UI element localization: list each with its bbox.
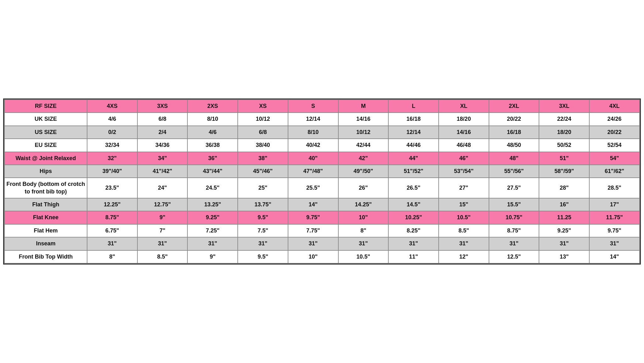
table-cell: 42/44 — [338, 139, 389, 152]
table-cell: 24/26 — [589, 113, 640, 126]
row-label: RF SIZE — [4, 100, 87, 113]
table-cell: 38" — [238, 152, 288, 165]
table-cell: 20/22 — [589, 126, 640, 139]
table-cell: 8.75" — [87, 211, 137, 224]
table-cell: 10" — [338, 211, 389, 224]
table-cell: 31" — [589, 237, 640, 250]
table-cell: 9.25" — [539, 224, 589, 237]
table-cell: 11.75" — [589, 211, 640, 224]
table-cell: 61"/62" — [589, 165, 640, 178]
table-cell: 31" — [187, 237, 238, 250]
table-cell: 3XS — [137, 100, 188, 113]
table-cell: 8" — [338, 224, 389, 237]
table-cell: 51" — [539, 152, 589, 165]
table-cell: 0/2 — [87, 126, 137, 139]
table-cell: 11" — [388, 250, 439, 263]
table-cell: 8.5" — [439, 224, 489, 237]
row-label: EU SIZE — [4, 139, 87, 152]
table-cell: 31" — [388, 237, 439, 250]
table-cell: 31" — [87, 237, 137, 250]
table-cell: 48" — [489, 152, 539, 165]
table-cell: 31" — [288, 237, 338, 250]
table-row: Inseam31"31"31"31"31"31"31"31"31"31"31" — [4, 237, 640, 250]
table-cell: 16/18 — [388, 113, 439, 126]
table-cell: 7.5" — [238, 224, 288, 237]
table-cell: 6/8 — [238, 126, 288, 139]
table-cell: 9.5" — [238, 250, 288, 263]
table-cell: 42" — [338, 152, 389, 165]
table-cell: 6.75" — [87, 224, 137, 237]
table-cell: 4/6 — [87, 113, 137, 126]
table-cell: 31" — [338, 237, 389, 250]
table-cell: 43"/44" — [187, 165, 238, 178]
row-label: Flat Hem — [4, 224, 87, 237]
table-cell: 50/52 — [539, 139, 589, 152]
table-cell: 11.25 — [539, 211, 589, 224]
table-cell: 14" — [288, 198, 338, 211]
table-cell: 14.5" — [388, 198, 439, 211]
table-cell: 13" — [539, 250, 589, 263]
table-cell: 28" — [539, 178, 589, 198]
table-cell: 36" — [187, 152, 238, 165]
table-cell: 34" — [137, 152, 188, 165]
table-cell: 15.5" — [489, 198, 539, 211]
table-cell: 17" — [589, 198, 640, 211]
table-cell: 51"/52" — [388, 165, 439, 178]
table-row: Front Body (bottom of crotch to front bi… — [4, 178, 640, 198]
size-chart-wrapper: RF SIZE4XS3XS2XSXSSMLXL2XL3XL4XLUK SIZE4… — [3, 98, 641, 265]
table-cell: 40/42 — [288, 139, 338, 152]
table-cell: 39"/40" — [87, 165, 137, 178]
table-cell: 15" — [439, 198, 489, 211]
row-label: Flat Thigh — [4, 198, 87, 211]
row-label: UK SIZE — [4, 113, 87, 126]
table-cell: 26" — [338, 178, 389, 198]
table-cell: 27" — [439, 178, 489, 198]
table-cell: 10.25" — [388, 211, 439, 224]
table-cell: 2XL — [489, 100, 539, 113]
table-cell: 24.5" — [187, 178, 238, 198]
table-cell: 14/16 — [439, 126, 489, 139]
table-cell: 14.25" — [338, 198, 389, 211]
table-cell: 2XS — [187, 100, 238, 113]
table-cell: 9.75" — [589, 224, 640, 237]
table-row: Flat Hem6.75"7"7.25"7.5"7.75"8"8.25"8.5"… — [4, 224, 640, 237]
table-cell: XL — [439, 100, 489, 113]
size-chart-table: RF SIZE4XS3XS2XSXSSMLXL2XL3XL4XLUK SIZE4… — [4, 99, 640, 264]
table-cell: 54" — [589, 152, 640, 165]
table-cell: 9.25" — [187, 211, 238, 224]
table-cell: 9.5" — [238, 211, 288, 224]
table-cell: 34/36 — [137, 139, 188, 152]
table-cell: 12.5" — [489, 250, 539, 263]
table-cell: 25" — [238, 178, 288, 198]
table-row: Flat Knee8.75"9"9.25"9.5"9.75"10"10.25"1… — [4, 211, 640, 224]
table-cell: 2/4 — [137, 126, 188, 139]
table-row: Front Bib Top Width8"8.5"9"9.5"10"10.5"1… — [4, 250, 640, 263]
table-cell: 31" — [539, 237, 589, 250]
table-cell: 41"/42" — [137, 165, 188, 178]
row-label: Inseam — [4, 237, 87, 250]
row-label: Waist @ Joint Relaxed — [4, 152, 87, 165]
table-cell: 20/22 — [489, 113, 539, 126]
table-cell: 10.5" — [439, 211, 489, 224]
table-cell: 52/54 — [589, 139, 640, 152]
table-cell: 8/10 — [288, 126, 338, 139]
table-cell: 36/38 — [187, 139, 238, 152]
table-cell: 26.5" — [388, 178, 439, 198]
table-cell: 47"/48" — [288, 165, 338, 178]
table-cell: 40" — [288, 152, 338, 165]
table-cell: 24" — [137, 178, 188, 198]
table-cell: 13.25" — [187, 198, 238, 211]
table-cell: 12/14 — [288, 113, 338, 126]
row-label: Front Body (bottom of crotch to front bi… — [4, 178, 87, 198]
table-cell: 7.25" — [187, 224, 238, 237]
table-cell: 12.75" — [137, 198, 188, 211]
table-cell: 4XL — [589, 100, 640, 113]
table-cell: 3XL — [539, 100, 589, 113]
table-cell: 49"/50" — [338, 165, 389, 178]
table-row: US SIZE0/22/44/66/88/1010/1212/1414/1616… — [4, 126, 640, 139]
table-cell: 46" — [439, 152, 489, 165]
table-cell: 8.75" — [489, 224, 539, 237]
table-cell: 48/50 — [489, 139, 539, 152]
table-cell: 9" — [187, 250, 238, 263]
table-cell: 44/46 — [388, 139, 439, 152]
